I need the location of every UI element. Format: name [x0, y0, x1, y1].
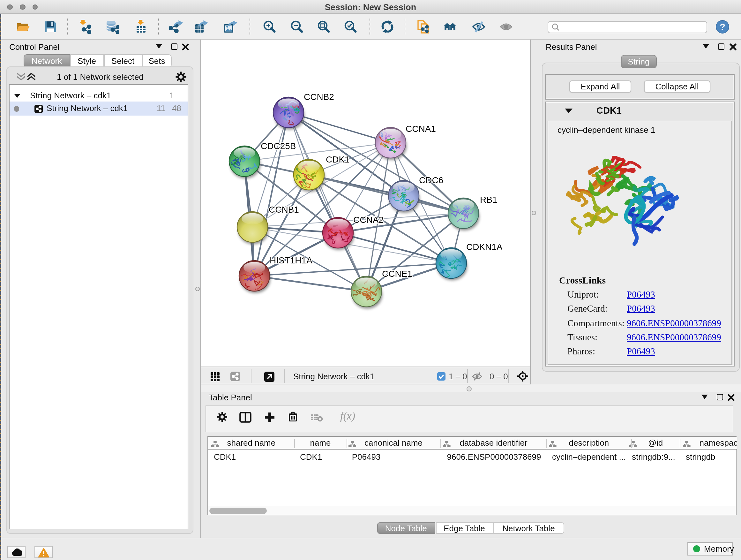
svg-text:CCNA2: CCNA2: [353, 215, 384, 225]
svg-text:HIST1H1A: HIST1H1A: [270, 255, 313, 265]
svg-text:CCNB2: CCNB2: [304, 92, 334, 102]
svg-text:CCNB1: CCNB1: [269, 205, 299, 214]
svg-text:CCNA1: CCNA1: [406, 124, 436, 134]
svg-text:CDC6: CDC6: [419, 175, 443, 185]
svg-text:CCNE1: CCNE1: [382, 269, 412, 279]
svg-text:RB1: RB1: [480, 195, 497, 205]
svg-text:CDK1: CDK1: [326, 154, 350, 165]
svg-text:CDC25B: CDC25B: [261, 141, 296, 151]
svg-text:CDKN1A: CDKN1A: [466, 242, 502, 252]
svg-text:?: ?: [720, 21, 725, 32]
